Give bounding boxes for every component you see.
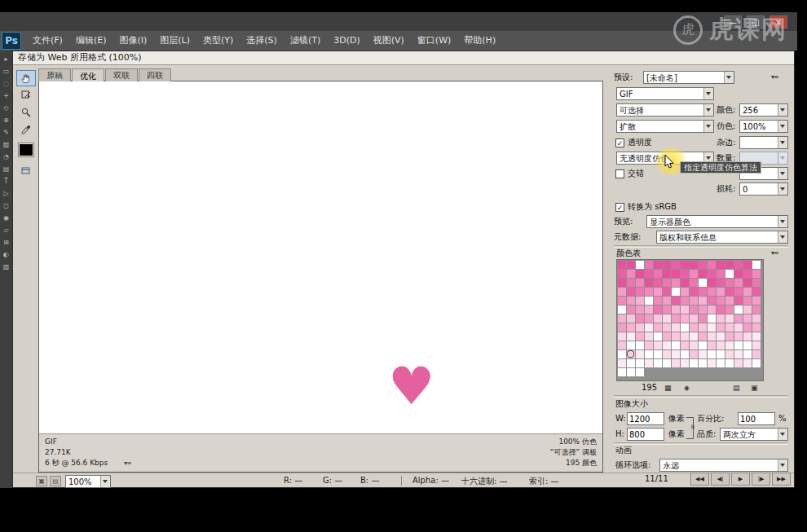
transparency-checkbox[interactable]: ✓	[615, 138, 624, 147]
color-swatch[interactable]	[663, 314, 671, 323]
color-swatch[interactable]	[636, 341, 644, 350]
color-swatch[interactable]	[672, 261, 680, 269]
color-swatch[interactable]	[752, 350, 761, 358]
color-swatch[interactable]	[743, 297, 752, 305]
colors-select[interactable]: 256	[739, 103, 788, 117]
color-swatch[interactable]	[743, 314, 752, 323]
color-swatch[interactable]	[725, 314, 734, 323]
color-swatch[interactable]	[690, 323, 698, 332]
color-swatch[interactable]	[627, 279, 635, 287]
color-swatch[interactable]	[734, 350, 743, 358]
color-swatch[interactable]	[690, 350, 698, 358]
toolbar-tool-icon[interactable]: ◻	[3, 202, 9, 210]
statusbar-icon-2[interactable]: ▤	[50, 476, 61, 486]
menu-item[interactable]: 窗口(W)	[411, 31, 457, 51]
color-swatch[interactable]	[690, 297, 698, 305]
color-swatch[interactable]	[690, 306, 698, 314]
color-swatch[interactable]	[752, 297, 761, 305]
color-swatch[interactable]	[734, 323, 743, 332]
color-swatch[interactable]	[654, 279, 662, 287]
color-swatch[interactable]	[663, 288, 671, 296]
color-swatch[interactable]	[717, 323, 725, 332]
color-swatch[interactable]	[734, 332, 743, 341]
menu-item[interactable]: 帮助(H)	[457, 31, 502, 51]
color-swatch[interactable]	[618, 297, 626, 305]
color-swatch[interactable]	[734, 341, 743, 350]
width-input[interactable]	[627, 412, 664, 425]
color-swatch[interactable]	[734, 279, 743, 287]
tab-2up[interactable]: 双联	[105, 68, 138, 81]
color-swatch[interactable]	[672, 297, 680, 305]
toolbar-tool-icon[interactable]: ▤	[3, 165, 10, 174]
color-swatch[interactable]	[743, 270, 752, 278]
toolbar-tool-icon[interactable]: ◔	[3, 153, 9, 161]
color-swatch[interactable]	[654, 306, 662, 314]
color-swatch[interactable]	[734, 261, 743, 269]
color-swatch[interactable]	[627, 306, 635, 314]
color-swatch[interactable]	[699, 279, 707, 287]
color-swatch[interactable]	[708, 306, 716, 314]
color-swatch[interactable]	[636, 288, 644, 296]
color-swatch[interactable]	[618, 332, 626, 341]
color-swatch[interactable]	[717, 306, 725, 314]
delete-color-icon[interactable]: ▣	[751, 384, 758, 392]
toolbar-tool-icon[interactable]: ⊕	[3, 117, 9, 125]
preview-frame[interactable]: ♥ GIF27.71K6 秒 @ 56.6 Kbps ▾≡ 100% 仿色“可选…	[38, 81, 603, 473]
color-swatch[interactable]	[717, 314, 725, 323]
color-swatch[interactable]	[752, 314, 761, 323]
color-swatch[interactable]	[717, 350, 725, 358]
color-swatch[interactable]	[645, 323, 653, 332]
color-swatch[interactable]	[743, 359, 752, 367]
color-swatch[interactable]	[752, 306, 761, 314]
color-swatch[interactable]	[743, 323, 752, 332]
menu-item[interactable]: 3D(D)	[327, 31, 367, 51]
color-swatch[interactable]	[708, 279, 716, 287]
lossy-select[interactable]: 0	[739, 182, 788, 196]
interlaced-checkbox[interactable]	[615, 169, 624, 178]
color-swatch[interactable]	[725, 279, 734, 287]
color-swatch[interactable]	[708, 350, 716, 358]
color-swatch[interactable]	[752, 332, 761, 341]
color-swatch[interactable]	[654, 332, 662, 341]
color-swatch[interactable]	[636, 359, 644, 367]
color-swatch[interactable]	[645, 288, 653, 296]
color-swatch[interactable]	[654, 359, 662, 367]
color-swatch[interactable]	[717, 359, 725, 367]
color-swatch[interactable]	[717, 288, 725, 296]
preview-menu-icon[interactable]: ▾≡	[124, 459, 131, 467]
color-swatch[interactable]	[645, 359, 653, 367]
preset-menu-icon[interactable]: ▾≡	[771, 73, 778, 81]
first-frame-button[interactable]: ◀◀	[690, 473, 709, 486]
color-swatch[interactable]	[636, 332, 644, 341]
color-swatch[interactable]	[681, 306, 689, 314]
color-swatch[interactable]	[654, 288, 662, 296]
menu-item[interactable]: 类型(Y)	[196, 31, 240, 51]
new-color-icon[interactable]: ▤	[733, 384, 740, 392]
color-swatch[interactable]	[734, 314, 743, 323]
color-swatch[interactable]	[681, 261, 689, 269]
color-swatch[interactable]	[618, 314, 626, 323]
color-swatch[interactable]	[699, 359, 707, 367]
color-swatch[interactable]	[627, 314, 635, 323]
color-swatch[interactable]	[645, 270, 653, 278]
color-swatch[interactable]	[752, 279, 761, 287]
color-swatch[interactable]	[699, 341, 707, 350]
color-swatch[interactable]	[743, 288, 752, 296]
color-swatch[interactable]	[636, 350, 644, 358]
toolbar-tool-icon[interactable]: ✎	[3, 129, 9, 137]
color-swatch[interactable]	[681, 341, 689, 350]
menu-item[interactable]: 视图(V)	[367, 31, 411, 51]
color-swatch[interactable]	[743, 306, 752, 314]
menu-item[interactable]: 编辑(E)	[69, 31, 113, 51]
color-swatch[interactable]	[690, 270, 698, 278]
color-swatch[interactable]	[663, 270, 671, 278]
toolbar-tool-icon[interactable]: ▷	[3, 190, 8, 198]
toggle-slices-visibility-button[interactable]	[16, 162, 36, 178]
color-swatch[interactable]	[717, 341, 725, 350]
color-swatch[interactable]	[743, 350, 752, 358]
color-swatch[interactable]	[618, 341, 626, 350]
color-swatch[interactable]	[725, 261, 734, 269]
loop-select[interactable]: 永远	[659, 459, 788, 472]
color-swatch[interactable]	[618, 350, 626, 358]
color-swatch[interactable]	[654, 323, 662, 332]
